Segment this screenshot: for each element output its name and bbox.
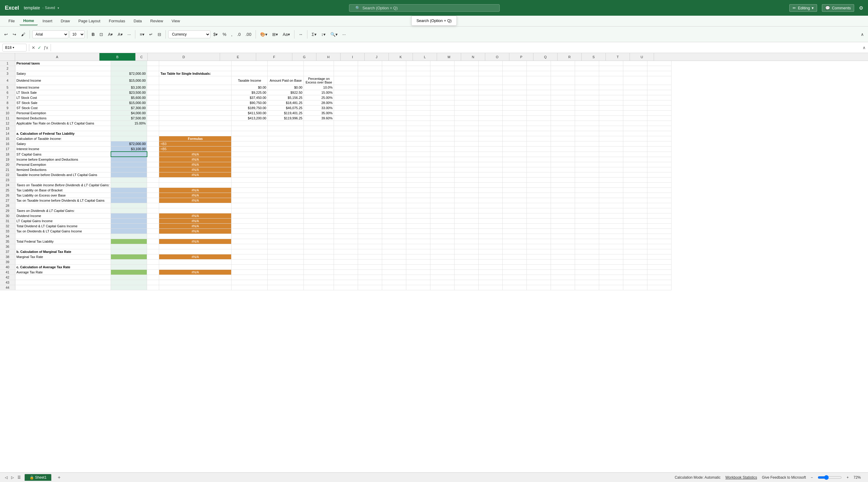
cell-t41[interactable] <box>623 270 647 275</box>
grid-wrapper[interactable]: 1Personal taxes23Salary$72,000.00Tax Tab… <box>0 61 868 472</box>
cell-c4[interactable] <box>147 76 159 85</box>
cell-s41[interactable] <box>599 270 623 275</box>
cell-g11[interactable]: 39.60% <box>304 116 334 121</box>
cell-q33[interactable] <box>551 229 575 234</box>
cell-f27[interactable] <box>268 198 304 203</box>
cell-a18[interactable]: ST Capital Gains <box>15 152 111 157</box>
cell-q41[interactable] <box>551 270 575 275</box>
cell-u40[interactable] <box>647 264 672 270</box>
cell-p23[interactable] <box>527 177 551 182</box>
cell-p37[interactable] <box>527 249 551 254</box>
cell-k2[interactable] <box>406 66 430 71</box>
cell-k43[interactable] <box>406 280 430 285</box>
cell-l3[interactable] <box>430 71 455 76</box>
menu-insert[interactable]: Insert <box>39 17 56 25</box>
cell-k42[interactable] <box>406 275 430 280</box>
cell-f33[interactable] <box>268 229 304 234</box>
cell-g22[interactable] <box>304 172 334 177</box>
cell-l25[interactable] <box>430 187 455 192</box>
cell-t10[interactable] <box>623 111 647 116</box>
cell-s24[interactable] <box>599 182 623 187</box>
cell-f4[interactable]: Amount Paid on Base <box>268 76 304 85</box>
cell-n1[interactable] <box>478 61 503 66</box>
cell-g4[interactable]: Percentage on Excess over Base <box>304 76 334 85</box>
cell-l39[interactable] <box>430 259 455 264</box>
cell-r19[interactable] <box>575 157 599 162</box>
cell-c42[interactable] <box>147 275 159 280</box>
cell-f17[interactable] <box>268 147 304 152</box>
cell-t7[interactable] <box>623 95 647 100</box>
font-name-select[interactable]: Arial Calibri Times New Roman <box>32 30 68 38</box>
cell-i11[interactable] <box>358 116 382 121</box>
cell-m17[interactable] <box>455 147 478 152</box>
cell-h26[interactable] <box>334 192 358 198</box>
cell-a19[interactable]: Income before Exemption and Deductions <box>15 157 111 162</box>
cell-r27[interactable] <box>575 198 599 203</box>
cell-n44[interactable] <box>478 285 503 290</box>
cell-j30[interactable] <box>382 213 406 218</box>
cell-m16[interactable] <box>455 141 478 147</box>
cell-m26[interactable] <box>455 192 478 198</box>
cell-q6[interactable] <box>551 90 575 95</box>
cell-l2[interactable] <box>430 66 455 71</box>
cell-k37[interactable] <box>406 249 430 254</box>
cell-a13[interactable] <box>15 126 111 131</box>
cell-b14[interactable] <box>111 131 147 136</box>
cell-t3[interactable] <box>623 71 647 76</box>
cell-j26[interactable] <box>382 192 406 198</box>
cell-b2[interactable] <box>111 66 147 71</box>
cell-m13[interactable] <box>455 126 478 131</box>
cell-f14[interactable] <box>268 131 304 136</box>
cell-d15[interactable]: Formulas <box>159 136 231 141</box>
cell-u23[interactable] <box>647 177 672 182</box>
cell-q34[interactable] <box>551 234 575 239</box>
cell-r20[interactable] <box>575 162 599 167</box>
cell-u10[interactable] <box>647 111 672 116</box>
cell-k28[interactable] <box>406 203 430 208</box>
cell-f11[interactable]: $119,996.25 <box>268 116 304 121</box>
cell-b28[interactable] <box>111 203 147 208</box>
cell-q14[interactable] <box>551 131 575 136</box>
col-header-j[interactable]: J <box>365 53 389 61</box>
cell-u38[interactable] <box>647 254 672 259</box>
cell-g42[interactable] <box>304 275 334 280</box>
cell-k8[interactable] <box>406 100 430 106</box>
cell-t35[interactable] <box>623 239 647 244</box>
cell-g30[interactable] <box>304 213 334 218</box>
cell-j13[interactable] <box>382 126 406 131</box>
cell-d5[interactable] <box>159 85 231 90</box>
cell-p19[interactable] <box>527 157 551 162</box>
cell-d25[interactable]: #N/A <box>159 187 231 192</box>
merge-cells-button[interactable]: ⊡ <box>98 31 105 38</box>
cell-d18[interactable]: #N/A <box>159 152 231 157</box>
cell-p5[interactable] <box>527 85 551 90</box>
cell-k24[interactable] <box>406 182 430 187</box>
cell-f44[interactable] <box>268 285 304 290</box>
cell-r16[interactable] <box>575 141 599 147</box>
cell-t27[interactable] <box>623 198 647 203</box>
cell-k29[interactable] <box>406 208 430 213</box>
cell-f31[interactable] <box>268 218 304 223</box>
cell-j12[interactable] <box>382 121 406 126</box>
cell-a22[interactable]: Taxable Income before Dividends and LT C… <box>15 172 111 177</box>
cell-o44[interactable] <box>503 285 527 290</box>
cell-a33[interactable]: Tax on Dividends & LT Capital Gains Inco… <box>15 229 111 234</box>
cell-p16[interactable] <box>527 141 551 147</box>
cell-b11[interactable]: $7,500.00 <box>111 116 147 121</box>
cell-u24[interactable] <box>647 182 672 187</box>
cell-o38[interactable] <box>503 254 527 259</box>
cell-n21[interactable] <box>478 167 503 172</box>
cell-q9[interactable] <box>551 106 575 111</box>
cell-i19[interactable] <box>358 157 382 162</box>
cell-g3[interactable] <box>304 71 334 76</box>
cell-g5[interactable]: 10.0% <box>304 85 334 90</box>
cell-d40[interactable] <box>159 264 231 270</box>
cell-o30[interactable] <box>503 213 527 218</box>
col-header-h[interactable]: H <box>316 53 341 61</box>
cell-g35[interactable] <box>304 239 334 244</box>
align-button[interactable]: ≡▾ <box>138 31 146 38</box>
cell-d2[interactable] <box>159 66 231 71</box>
cell-t21[interactable] <box>623 167 647 172</box>
cell-h18[interactable] <box>334 152 358 157</box>
cell-n12[interactable] <box>478 121 503 126</box>
